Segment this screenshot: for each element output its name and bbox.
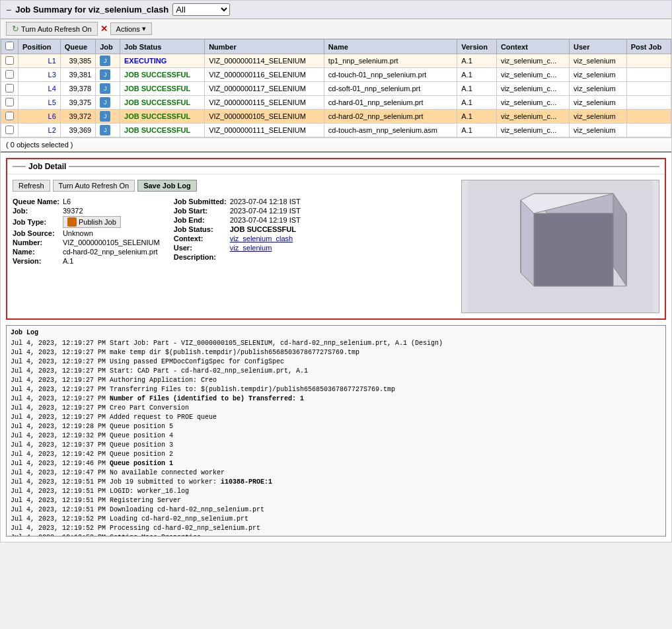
row-version: A.1	[457, 110, 497, 124]
job-log-box[interactable]: Job Log Jul 4, 2023, 12:19:27 PM Start J…	[6, 325, 666, 536]
row-name: cd-touch-asm_nnp_selenium.asm	[324, 124, 457, 137]
log-line: Jul 4, 2023, 12:19:52 PM Getting Mass Pr…	[11, 533, 661, 536]
row-checkbox[interactable]	[5, 126, 14, 134]
row-version: A.1	[457, 82, 497, 96]
table-row[interactable]: L2 39,369 J JOB SUCCESSFUL VIZ_000000011…	[1, 124, 671, 137]
select-all-checkbox[interactable]	[5, 42, 14, 50]
job-source-label: Job Source:	[13, 229, 62, 238]
log-line: Jul 4, 2023, 12:19:47 PM No available co…	[11, 468, 661, 478]
status-header: Job Status	[120, 40, 205, 54]
row-checkbox-cell[interactable]	[1, 54, 19, 68]
row-checkbox-cell[interactable]	[1, 110, 19, 124]
row-user: viz_selenium	[570, 124, 627, 137]
log-line: Jul 4, 2023, 12:19:27 PM Creo Part Conve…	[11, 404, 661, 413]
row-checkbox[interactable]	[5, 56, 14, 65]
save-job-log-button[interactable]: Save Job Log	[137, 180, 197, 192]
postjob-header: Post Job	[626, 40, 671, 54]
table-row[interactable]: L3 39,381 J JOB SUCCESSFUL VIZ_000000011…	[1, 68, 671, 82]
log-line: Jul 4, 2023, 12:19:52 PM Processing cd-h…	[11, 524, 661, 533]
row-number: VIZ_0000000116_SELENIUM	[205, 68, 324, 82]
cancel-icon[interactable]: ✕	[100, 24, 108, 34]
row-name: cd-hard-02_nnp_selenium.prt	[324, 110, 457, 124]
row-queue: 39,369	[60, 124, 95, 137]
row-version: A.1	[457, 54, 497, 68]
table-row[interactable]: L5 39,375 J JOB SUCCESSFUL VIZ_000000011…	[1, 96, 671, 110]
job-3d-preview	[461, 180, 659, 313]
row-version: A.1	[457, 124, 497, 137]
job-icon: J	[100, 56, 110, 66]
row-checkbox-cell[interactable]	[1, 96, 19, 110]
user-header: User	[570, 40, 627, 54]
job-detail-header: Job Detail	[7, 159, 665, 174]
job-detail-left: Refresh Turn Auto Refresh On Save Job Lo…	[13, 180, 456, 313]
detail-refresh-button[interactable]: Refresh	[13, 180, 50, 192]
row-queue: 39,375	[60, 96, 95, 110]
row-queue: 39,378	[60, 82, 95, 96]
row-checkbox-cell[interactable]	[1, 68, 19, 82]
number-header: Number	[205, 40, 324, 54]
auto-refresh-button[interactable]: ↻ Turn Auto Refresh On	[6, 22, 98, 36]
row-postjob	[626, 124, 671, 137]
collapse-icon[interactable]: −	[6, 5, 11, 15]
detail-auto-refresh-button[interactable]: Turn Auto Refresh On	[53, 180, 135, 192]
job-status-value: JOB SUCCESSFUL	[229, 225, 301, 234]
row-checkbox[interactable]	[5, 112, 14, 120]
row-position: L5	[19, 96, 61, 110]
row-job-icon-cell: J	[96, 110, 120, 124]
job-type-value[interactable]: Publish Job	[62, 215, 161, 229]
context-label: Context:	[174, 234, 229, 243]
svg-marker-4	[521, 200, 534, 286]
row-name: tp1_nnp_selenium.prt	[324, 54, 457, 68]
page-title: Job Summary for viz_selenium_clash	[15, 5, 168, 15]
row-checkbox-cell[interactable]	[1, 124, 19, 137]
description-label: Description:	[174, 252, 229, 262]
row-position: L4	[19, 82, 61, 96]
table-row[interactable]: L6 39,372 J JOB SUCCESSFUL VIZ_000000010…	[1, 110, 671, 124]
table-row[interactable]: L4 39,378 J JOB SUCCESSFUL VIZ_000000011…	[1, 82, 671, 96]
user-value[interactable]: viz_selenium	[229, 243, 301, 252]
row-checkbox[interactable]	[5, 70, 14, 79]
log-line: Jul 4, 2023, 12:19:46 PM Queue position …	[11, 459, 661, 468]
row-context: viz_selenium_c...	[496, 124, 569, 137]
row-postjob	[626, 110, 671, 124]
row-number: VIZ_0000000115_SELENIUM	[205, 96, 324, 110]
job-icon: J	[100, 69, 110, 80]
header-line-right	[69, 166, 659, 167]
table-row[interactable]: L1 39,385 J EXECUTING VIZ_0000000114_SEL…	[1, 54, 671, 68]
row-status: JOB SUCCESSFUL	[120, 110, 205, 124]
row-checkbox[interactable]	[5, 98, 14, 106]
log-line: Jul 4, 2023, 12:19:27 PM Authoring Appli…	[11, 376, 661, 385]
row-postjob	[626, 54, 671, 68]
start-value: 2023-07-04 12:19 IST	[229, 206, 301, 215]
job-log-header: Job Log	[11, 328, 661, 338]
log-line: Jul 4, 2023, 12:19:32 PM Queue position …	[11, 431, 661, 441]
filter-select[interactable]: All Active Completed	[172, 3, 230, 16]
select-all-header[interactable]	[1, 40, 19, 54]
log-line: Jul 4, 2023, 12:19:27 PM Transferring Fi…	[11, 385, 661, 394]
job-value: 39372	[62, 206, 161, 215]
actions-button[interactable]: Actions ▾	[110, 22, 152, 35]
log-line: Jul 4, 2023, 12:19:42 PM Queue position …	[11, 450, 661, 459]
job-log-section: Job Log Jul 4, 2023, 12:19:27 PM Start J…	[6, 325, 666, 536]
name-value: cd-hard-02_nnp_selenium.prt	[62, 247, 161, 256]
selected-count: ( 0 objects selected )	[1, 137, 671, 153]
header-line-left	[13, 166, 26, 167]
row-postjob	[626, 82, 671, 96]
context-value[interactable]: viz_selenium_clash	[229, 234, 301, 243]
chevron-down-icon: ▾	[142, 24, 146, 33]
publish-job-button[interactable]: Publish Job	[63, 216, 121, 228]
log-line: Jul 4, 2023, 12:19:27 PM Start Job: Part…	[11, 339, 661, 348]
row-number: VIZ_0000000114_SELENIUM	[205, 54, 324, 68]
number-label: Number:	[13, 238, 62, 247]
log-line: Jul 4, 2023, 12:19:27 PM Added request t…	[11, 413, 661, 422]
job-summary-table: Position Queue Job Job Status Number Nam…	[1, 39, 671, 137]
row-checkbox-cell[interactable]	[1, 82, 19, 96]
row-status: JOB SUCCESSFUL	[120, 82, 205, 96]
job-icon: J	[100, 125, 110, 135]
row-queue: 39,385	[60, 54, 95, 68]
start-label: Job Start:	[174, 206, 229, 215]
queue-name-label: Queue Name:	[13, 197, 62, 206]
end-label: Job End:	[174, 215, 229, 225]
row-checkbox[interactable]	[5, 84, 14, 92]
job-status-label: Job Status:	[174, 225, 229, 234]
